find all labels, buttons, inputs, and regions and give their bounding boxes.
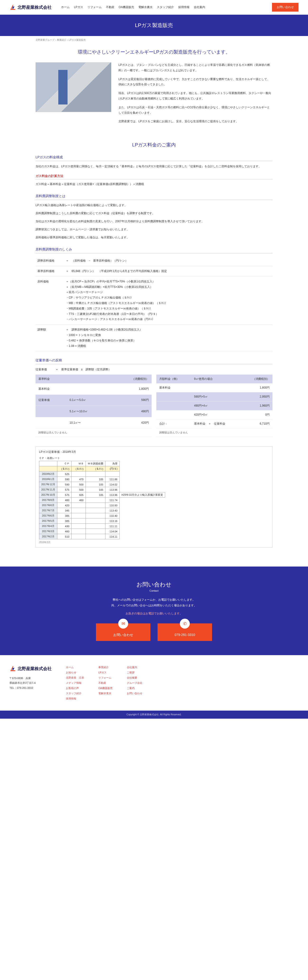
mech-key: 調整額 <box>35 325 64 351</box>
rate-cell: 2017年2月 <box>39 534 57 539</box>
footer-link[interactable]: スタッフ紹介 <box>66 691 84 696</box>
nav-recruit[interactable]: 採用情報 <box>178 5 189 9</box>
contact-phone-button[interactable]: ✆ 079-281-3310 <box>157 624 212 641</box>
rate-cell <box>119 471 165 477</box>
rate-cell <box>119 503 165 508</box>
t2-note: 調整額は含んでいません <box>156 428 273 437</box>
rate-cell <box>119 487 165 492</box>
price-cell: 420円 <box>110 417 152 428</box>
footer-link[interactable]: 会社概要 <box>127 675 142 680</box>
contact-form-label: お問い合わせ <box>113 633 133 637</box>
rate-cell <box>71 471 86 477</box>
ru4: (円/＄) <box>105 466 119 471</box>
footer-link[interactable]: ご挨拶 <box>127 670 142 675</box>
rate-footer: 2018年3月 <box>39 541 269 544</box>
rh0 <box>39 461 57 466</box>
contact-urgent: お急ぎの場合はお電話でお願いいたします。 <box>0 611 308 616</box>
header-contact-button[interactable]: お問い合わせ <box>272 3 298 12</box>
rate-cell <box>119 523 165 529</box>
rate-cell: 420 <box>57 503 71 508</box>
rate-cell: 500 <box>71 482 86 487</box>
nav-water[interactable]: 電解水素水 <box>138 5 152 9</box>
hero-body: LPガスとは、ブタン・プロパンなどを主成分とし、圧縮することにより常温で容易に液… <box>119 62 273 127</box>
footer-link[interactable]: お知らせ <box>66 670 84 675</box>
nav-reform[interactable]: リフォーム <box>87 5 102 9</box>
contact-p2: 尚、メールでのお問い合せへはお時間をいただく場合があります。 <box>0 603 308 608</box>
price-tables: 基準料金 （消費税別） 基本料金1,800円従量単価0.1㎥〜5.0㎥590円5… <box>35 375 273 437</box>
nav-staff[interactable]: スタッフ紹介 <box>157 5 174 9</box>
price-cell: 10.1㎥〜 <box>67 417 110 428</box>
nav-lpgas[interactable]: LPガス <box>74 5 83 9</box>
rh4: 為替 <box>105 461 119 466</box>
rate-cell <box>119 508 165 513</box>
nav-oa[interactable]: OA機器販売 <box>119 5 134 9</box>
rate-cell: 605 <box>71 492 86 498</box>
footer-link[interactable]: グループ会社 <box>127 680 142 686</box>
price-cell: 基本料金 <box>156 383 191 392</box>
rate-cell: 111.11 <box>105 523 119 529</box>
footer-link[interactable]: 事業紹介 <box>98 665 113 670</box>
rate-cell: 2017年3月 <box>39 529 57 534</box>
price-cell: 1,800円 <box>110 383 152 395</box>
sub-structure: LPガスの料金構成 <box>35 155 273 161</box>
price-cell: 590円×5㎥ <box>191 392 241 401</box>
nav-company[interactable]: 会社案内 <box>194 5 205 9</box>
rate-cell: 2017年6月 <box>39 513 57 519</box>
sub3-p2: 原料費調整制度はこうした原料費の変動に応じてガス料金（従量料金）を調整する制度で… <box>35 210 273 216</box>
hero-image <box>35 62 111 112</box>
t1h3: （消費税別） <box>110 375 152 383</box>
price-cell: 590円 <box>110 395 152 406</box>
footer-link[interactable]: 電解水素水 <box>98 691 113 696</box>
footer-link[interactable]: メディア情報 <box>66 680 84 686</box>
footer-link[interactable]: 採用情報 <box>66 696 84 701</box>
price-cell <box>156 410 191 419</box>
footer-link[interactable]: ホーム <box>66 665 84 670</box>
footer-link[interactable]: OA機器販売 <box>98 686 113 691</box>
footer-addr1: 〒670-0836 兵庫 <box>10 676 52 681</box>
mech-key: 基準原料価格 <box>35 266 64 276</box>
hero-p3: 現在、LPガスは約2,500万の家庭で利用されています。他にも、公共施設やレスト… <box>119 91 273 102</box>
footer-link[interactable]: ご案内 <box>127 686 142 691</box>
rate-cell: 2017年7月 <box>39 508 57 513</box>
contact-form-button[interactable]: ✉ お問い合わせ <box>96 624 151 641</box>
footer-tel: TEL：079-281-3310 <box>10 686 52 690</box>
rate-cell: 590 <box>57 482 71 487</box>
rate-cell: 111.86 <box>105 477 119 482</box>
rate-cell <box>86 498 105 503</box>
footer-col-3: 会社案内ご挨拶会社概要グループ会社ご案内お問い合わせ <box>127 665 142 701</box>
footer-link[interactable]: リフォーム <box>98 675 113 680</box>
rate-table: ＣＰ ＭＢ ＭＢ調達経費 為替 (＄/ﾄﾝ) (＄/ﾄﾝ) (＄/ﾄﾝ) (円/… <box>39 461 165 539</box>
footer-link[interactable]: 不動産 <box>98 680 113 686</box>
t2h1: 月額料金（例） <box>156 375 191 383</box>
price-cell: 基本料金 <box>35 383 67 395</box>
mech-val: ＝ 65,848（円/トン） （平成19年1月から6月までの平均原料輸入価格）固… <box>64 266 273 276</box>
footer-link[interactable]: LPガス <box>98 670 113 675</box>
mech-val: ＝ （原料価格 − 基準原料価格）（円/トン） <box>64 256 273 266</box>
logo[interactable]: 北野産業株式会社 <box>10 4 52 11</box>
unit-formula: 従量単価 ＝ 基準従量単価 ± 調整額（翌月調整） <box>35 367 273 372</box>
footer-link[interactable]: 会社案内 <box>127 665 142 670</box>
rate-cell: 590 <box>57 477 71 482</box>
price-cell: 5.1㎥〜10.0㎥ <box>67 406 110 417</box>
nav-home[interactable]: ホーム <box>61 5 70 9</box>
copyright: Copyright © 北野産業株式会社. All Rights Reserve… <box>0 711 308 719</box>
price-cell <box>156 392 191 401</box>
rate-cell <box>119 498 165 503</box>
rate-cell <box>71 529 86 534</box>
rate-history-box: LPガス従量単価：2018年3月 ＣＰ・為替レート ＣＰ ＭＢ ＭＢ調達経費 為… <box>35 446 273 547</box>
mechanism-table: 調整原料価格＝ （原料価格 − 基準原料価格）（円/トン）基準原料価格＝ 65,… <box>35 256 273 351</box>
sub3-p5: 原料価格が基準原料価格に対して変動した場合は、毎月変動いたします。 <box>35 235 273 240</box>
nav-realestate[interactable]: 不動産 <box>106 5 114 9</box>
ru0 <box>39 466 57 471</box>
rate-cell <box>86 519 105 523</box>
footer-link[interactable]: 北野産業 沿革 <box>66 675 84 680</box>
rate-cell: 105 <box>86 487 105 492</box>
footer-link[interactable]: お客様の声 <box>66 686 84 691</box>
breadcrumb: 北野産業グループ＞事業紹介＞LPガス製造販売 <box>35 36 273 49</box>
rate-cell: 105 <box>86 492 105 498</box>
price-cell <box>35 417 67 428</box>
contact-h: お問い合わせ <box>0 581 308 588</box>
rate-cell <box>105 471 119 477</box>
rate-cell <box>71 503 86 508</box>
footer-link[interactable]: お問い合わせ <box>127 691 142 696</box>
